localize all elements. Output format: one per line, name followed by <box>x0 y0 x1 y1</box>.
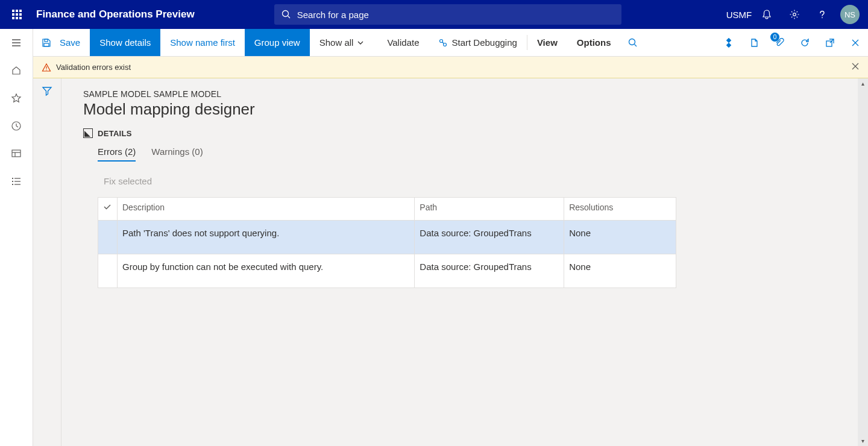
vertical-scrollbar[interactable]: ▴ ▾ <box>858 78 868 446</box>
checkmark-icon <box>103 203 112 211</box>
svg-point-19 <box>444 43 447 46</box>
debug-icon <box>438 38 448 48</box>
grid-row[interactable]: Group by function can not be executed wi… <box>98 254 676 288</box>
search-placeholder: Search for a page <box>297 10 369 20</box>
home-button[interactable] <box>0 57 33 84</box>
workspaces-button[interactable] <box>0 140 33 168</box>
warning-message: Validation errors exist <box>56 63 131 72</box>
cell-path: Data source: GroupedTrans <box>415 254 564 288</box>
svg-point-28 <box>46 69 46 70</box>
show-all-dropdown[interactable]: Show all <box>310 29 378 56</box>
svg-point-20 <box>629 39 635 45</box>
cell-description: Path 'Trans' does not support querying. <box>117 221 414 254</box>
refresh-button[interactable] <box>792 29 817 56</box>
show-name-first-button[interactable]: Show name first <box>160 29 245 56</box>
save-icon <box>42 38 51 48</box>
page-icon <box>749 38 759 48</box>
waffle-menu-button[interactable] <box>5 2 29 27</box>
grid-row[interactable]: Path 'Trans' does not support querying. … <box>98 221 676 254</box>
tab-warnings[interactable]: Warnings (0) <box>151 146 203 162</box>
question-icon <box>817 9 828 20</box>
column-header-path[interactable]: Path <box>415 198 564 221</box>
attachments-badge: 0 <box>770 33 779 42</box>
scroll-down-icon: ▾ <box>858 436 868 446</box>
bell-icon <box>761 9 772 20</box>
svg-rect-7 <box>12 150 20 157</box>
validation-warning-banner: Validation errors exist <box>33 57 868 78</box>
clock-icon <box>11 121 22 131</box>
row-checkbox[interactable] <box>98 254 118 288</box>
hamburger-icon <box>11 37 22 48</box>
close-icon <box>851 62 860 71</box>
recent-button[interactable] <box>0 112 33 140</box>
filter-icon <box>42 86 52 96</box>
options-menu[interactable]: Options <box>567 29 621 56</box>
main-content: SAMPLE MODEL SAMPLE MODEL Model mapping … <box>61 78 868 446</box>
errors-grid: Description Path Resolutions Path 'Trans… <box>98 197 676 288</box>
global-search-input[interactable]: Search for a page <box>274 4 621 25</box>
help-button[interactable] <box>809 0 835 29</box>
warning-close-button[interactable] <box>851 62 860 72</box>
start-debugging-button[interactable]: Start Debugging <box>429 29 526 56</box>
row-checkbox[interactable] <box>98 221 118 254</box>
svg-line-1 <box>288 16 290 19</box>
svg-rect-16 <box>45 39 48 42</box>
star-icon <box>11 93 22 104</box>
grid-select-all[interactable] <box>98 198 118 221</box>
global-navbar: Finance and Operations Preview Search fo… <box>0 0 868 29</box>
gear-icon <box>789 9 800 20</box>
tab-errors[interactable]: Errors (2) <box>98 146 136 162</box>
validate-button[interactable]: Validate <box>377 29 429 56</box>
details-section-header[interactable]: DETAILS <box>83 128 846 138</box>
attachments-button[interactable]: 0 <box>767 29 792 56</box>
popout-button[interactable] <box>817 29 843 56</box>
notifications-button[interactable] <box>753 0 780 29</box>
fix-selected-button: Fix selected <box>104 176 846 186</box>
collapse-icon <box>83 128 93 138</box>
filter-pane-toggle[interactable] <box>33 78 61 446</box>
chevron-down-icon <box>357 39 364 46</box>
navbar-right-group: USMF NS <box>726 0 863 29</box>
find-button[interactable] <box>620 29 646 56</box>
warning-icon <box>42 63 51 72</box>
diamond-icon <box>724 38 734 48</box>
left-nav-rail <box>0 29 33 446</box>
company-selector[interactable]: USMF <box>726 0 752 29</box>
svg-rect-17 <box>44 43 49 46</box>
svg-rect-22 <box>726 38 731 43</box>
popout-icon <box>825 38 835 48</box>
show-all-label: Show all <box>319 37 354 48</box>
svg-line-21 <box>635 44 637 46</box>
view-menu[interactable]: View <box>527 29 567 56</box>
details-label: DETAILS <box>98 129 132 138</box>
cell-resolutions: None <box>564 221 676 254</box>
hamburger-button[interactable] <box>0 29 33 57</box>
close-icon <box>851 38 860 48</box>
svg-point-2 <box>793 13 796 16</box>
column-header-resolutions[interactable]: Resolutions <box>564 198 676 221</box>
settings-button[interactable] <box>781 0 808 29</box>
svg-rect-11 <box>12 181 13 182</box>
group-view-button[interactable]: Group view <box>245 29 310 56</box>
cell-resolutions: None <box>564 254 676 288</box>
page-supertitle: SAMPLE MODEL SAMPLE MODEL <box>83 89 846 99</box>
scroll-up-icon: ▴ <box>858 78 868 89</box>
cell-path: Data source: GroupedTrans <box>415 221 564 254</box>
save-label: Save <box>60 37 80 48</box>
page-title: Model mapping designer <box>83 100 846 119</box>
column-header-description[interactable]: Description <box>117 198 414 221</box>
personalize-button[interactable] <box>716 29 741 56</box>
user-avatar[interactable]: NS <box>840 5 860 24</box>
refresh-icon <box>800 38 810 48</box>
cell-description: Group by function can not be executed wi… <box>117 254 414 288</box>
close-button[interactable] <box>843 29 868 56</box>
page-options-button[interactable] <box>741 29 767 56</box>
save-button[interactable]: Save <box>33 29 90 56</box>
show-details-button[interactable]: Show details <box>90 29 160 56</box>
home-icon <box>11 65 22 76</box>
favorites-button[interactable] <box>0 84 33 112</box>
action-pane: Save Show details Show name first Group … <box>33 29 868 57</box>
search-icon <box>281 10 291 19</box>
modules-button[interactable] <box>0 168 33 195</box>
start-debugging-label: Start Debugging <box>451 37 517 48</box>
